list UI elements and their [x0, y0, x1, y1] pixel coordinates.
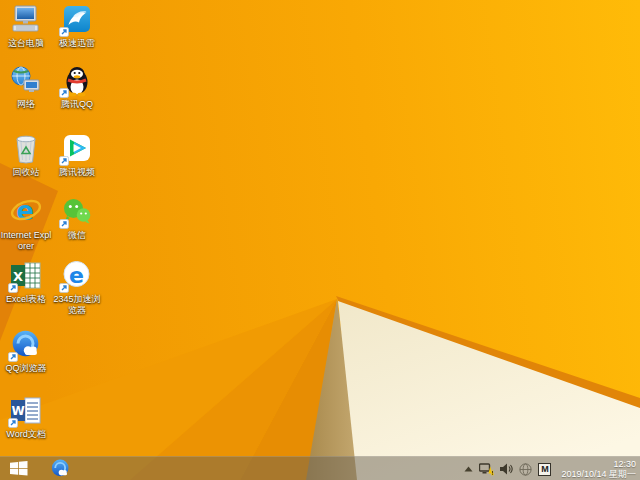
taskbar-pinned-qq-browser[interactable]	[49, 458, 71, 480]
network-warning-icon	[479, 463, 494, 476]
svg-text:W: W	[11, 404, 24, 418]
word-icon: W	[9, 395, 43, 427]
tray-language[interactable]	[519, 463, 532, 476]
chevron-up-icon	[464, 466, 473, 472]
icon-label: 2345加速浏览器	[51, 294, 103, 315]
internet-explorer-icon: e	[9, 196, 43, 228]
icon-label: Excel表格	[6, 294, 46, 305]
shortcut-arrow-icon	[8, 352, 18, 362]
icon-label: 腾讯QQ	[61, 99, 93, 110]
icon-label: 极速迅雷	[59, 38, 95, 49]
wechat-icon	[60, 196, 94, 228]
shortcut-arrow-icon	[59, 283, 69, 293]
start-button[interactable]	[9, 460, 29, 477]
qq-browser-icon	[50, 458, 71, 479]
desktop-icon-tencent-qq[interactable]: 腾讯QQ	[51, 65, 103, 110]
shortcut-arrow-icon	[59, 219, 69, 229]
icon-label: 腾讯视频	[59, 167, 95, 178]
2345-browser-icon: e	[60, 260, 94, 292]
volume-icon	[500, 463, 513, 475]
svg-text:X: X	[13, 269, 23, 284]
ime-letter: M	[541, 465, 549, 474]
tray-network-status[interactable]	[479, 463, 494, 476]
this-pc-icon	[9, 4, 43, 36]
network-icon	[9, 65, 43, 97]
desktop-screen: 这台电脑 网络 回收站	[0, 0, 640, 480]
shortcut-arrow-icon	[59, 27, 69, 37]
tencent-qq-icon	[60, 65, 94, 97]
shortcut-arrow-icon	[59, 88, 69, 98]
icon-label: QQ浏览器	[5, 363, 46, 374]
recycle-bin-icon	[9, 133, 43, 165]
svg-text:e: e	[69, 263, 84, 288]
taskbar: M 12:30 2019/10/14 星期一	[0, 456, 640, 480]
desktop-icon-network[interactable]: 网络	[0, 65, 52, 110]
clock-date: 2019/10/14 星期一	[561, 469, 636, 479]
shortcut-arrow-icon	[8, 418, 18, 428]
desktop-icon-recycle-bin[interactable]: 回收站	[0, 133, 52, 178]
desktop-icon-this-pc[interactable]: 这台电脑	[0, 4, 52, 49]
icon-label: Internet Explorer	[0, 230, 52, 251]
shortcut-arrow-icon	[8, 283, 18, 293]
icon-label: 这台电脑	[8, 38, 44, 49]
icon-label: 微信	[68, 230, 86, 241]
windows-logo-icon	[10, 461, 28, 476]
icon-label: 网络	[17, 99, 35, 110]
icon-label: Word文档	[6, 429, 45, 440]
tray-volume[interactable]	[500, 463, 513, 475]
desktop-icon-wechat[interactable]: 微信	[51, 196, 103, 241]
system-tray: M 12:30 2019/10/14 星期一	[464, 457, 640, 480]
globe-icon	[519, 463, 532, 476]
taskbar-clock[interactable]: 12:30 2019/10/14 星期一	[561, 459, 636, 479]
desktop-icon-xunlei[interactable]: 极速迅雷	[51, 4, 103, 49]
desktop-icon-tencent-video[interactable]: 腾讯视频	[51, 133, 103, 178]
desktop-icon-excel[interactable]: X Excel表格	[0, 260, 52, 305]
xunlei-icon	[60, 4, 94, 36]
shortcut-arrow-icon	[59, 156, 69, 166]
clock-time: 12:30	[561, 459, 636, 469]
excel-icon: X	[9, 260, 43, 292]
show-hidden-icons-button[interactable]	[464, 466, 473, 472]
desktop-icon-qq-browser[interactable]: QQ浏览器	[0, 329, 52, 374]
tencent-video-icon	[60, 133, 94, 165]
desktop-icon-2345-browser[interactable]: e 2345加速浏览器	[51, 260, 103, 315]
desktop-icon-word[interactable]: W Word文档	[0, 395, 52, 440]
icon-label: 回收站	[13, 167, 40, 178]
qq-browser-icon	[9, 329, 43, 361]
desktop-icon-internet-explorer[interactable]: e Internet Explorer	[0, 196, 52, 251]
tray-ime-indicator[interactable]: M	[538, 463, 551, 476]
